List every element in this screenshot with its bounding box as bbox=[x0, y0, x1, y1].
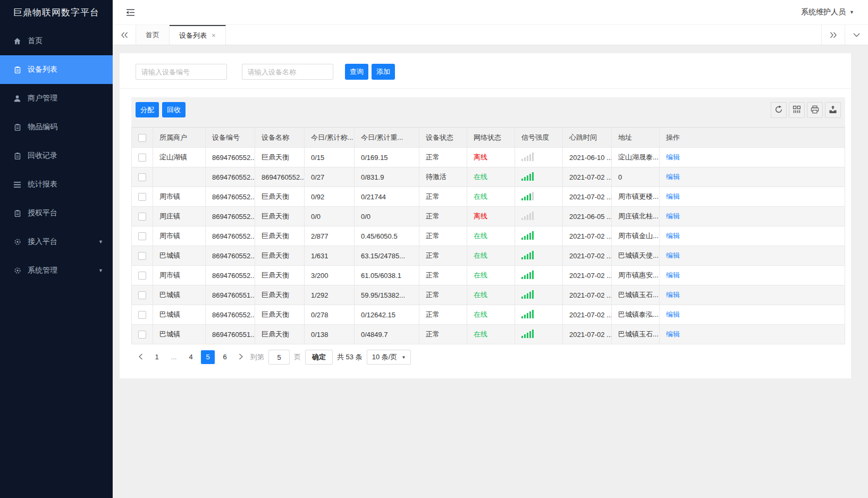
row-checkbox[interactable] bbox=[138, 173, 146, 181]
device-no-cell: 8694760552... bbox=[206, 167, 255, 187]
table-row: 巴城镇8694760551...巨鼎天衡0/1380/4849.7正常在线202… bbox=[132, 325, 845, 344]
menu-fold-icon[interactable] bbox=[125, 9, 136, 16]
sidebar-item-recycle-records[interactable]: 回收记录 bbox=[0, 141, 113, 170]
select-all-checkbox[interactable] bbox=[138, 134, 146, 142]
page-number-6[interactable]: 6 bbox=[218, 350, 232, 364]
column-header: 信号强度 bbox=[515, 128, 563, 148]
weigh-count-cell: 1/631 bbox=[305, 246, 355, 266]
assign-button[interactable]: 分配 bbox=[136, 102, 159, 117]
table-row: 周市镇8694760552...巨鼎天衡3/20061.05/6038.1正常在… bbox=[132, 266, 845, 285]
edit-link[interactable]: 编辑 bbox=[666, 330, 680, 338]
heartbeat-cell: 2021-07-02 ... bbox=[563, 226, 612, 246]
row-checkbox[interactable] bbox=[138, 193, 146, 201]
tab-home[interactable]: 首页 bbox=[136, 25, 170, 45]
sidebar-item-home[interactable]: 首页 bbox=[0, 27, 113, 55]
search-button[interactable]: 查询 bbox=[345, 64, 368, 80]
action-cell: 编辑 bbox=[660, 187, 845, 207]
print-button[interactable] bbox=[807, 102, 823, 118]
edit-link[interactable]: 编辑 bbox=[666, 212, 680, 220]
page-number-4[interactable]: 4 bbox=[184, 350, 198, 364]
sidebar-item-item-code[interactable]: 物品编码 bbox=[0, 113, 113, 141]
divider bbox=[120, 88, 851, 89]
device-no-cell: 8694760551... bbox=[206, 285, 255, 305]
device-name-input[interactable] bbox=[242, 64, 333, 80]
edit-link[interactable]: 编辑 bbox=[666, 310, 680, 318]
refresh-button[interactable] bbox=[771, 102, 787, 118]
sidebar-item-label: 设备列表 bbox=[28, 65, 57, 74]
next-page-button[interactable] bbox=[236, 353, 246, 361]
row-checkbox[interactable] bbox=[138, 311, 146, 319]
row-checkbox[interactable] bbox=[138, 232, 146, 240]
heartbeat-cell: 2021-07-02 ... bbox=[563, 305, 612, 325]
sidebar-item-access-platform[interactable]: 接入平台▼ bbox=[0, 227, 113, 256]
address-cell: 淀山湖晟泰... bbox=[612, 148, 660, 167]
signal-strength-cell bbox=[515, 167, 563, 187]
filter-row: 查询 添加 bbox=[136, 64, 395, 80]
device-name-cell: 8694760552... bbox=[255, 167, 305, 187]
tabs: 首页设备列表× bbox=[136, 25, 821, 45]
edit-link[interactable]: 编辑 bbox=[666, 291, 680, 299]
goto-confirm-button[interactable]: 确定 bbox=[305, 350, 333, 365]
device-table: 所属商户设备编号设备名称今日/累计称...今日/累计重...设备状态网络状态信号… bbox=[131, 127, 845, 344]
edit-link[interactable]: 编辑 bbox=[666, 271, 680, 279]
row-checkbox[interactable] bbox=[138, 291, 146, 299]
tabs-scroll-left-button[interactable] bbox=[113, 25, 136, 45]
sidebar-item-stats-report[interactable]: 统计报表 bbox=[0, 170, 113, 199]
row-checkbox[interactable] bbox=[138, 154, 146, 162]
columns-button[interactable] bbox=[789, 102, 805, 118]
signal-strength-cell bbox=[515, 266, 563, 285]
sidebar-item-merchant-mgmt[interactable]: 商户管理 bbox=[0, 84, 113, 113]
edit-link[interactable]: 编辑 bbox=[666, 192, 680, 200]
device-no-input[interactable] bbox=[136, 64, 227, 80]
tabs-scroll-right-button[interactable] bbox=[821, 25, 845, 45]
row-checkbox[interactable] bbox=[138, 272, 146, 280]
network-status-cell: 在线 bbox=[467, 246, 515, 266]
export-button[interactable] bbox=[825, 102, 841, 118]
page-number-1[interactable]: 1 bbox=[150, 350, 164, 364]
row-checkbox[interactable] bbox=[138, 213, 146, 221]
user-caret-down-icon: ▼ bbox=[849, 10, 854, 15]
edit-link[interactable]: 编辑 bbox=[666, 173, 680, 181]
edit-link[interactable]: 编辑 bbox=[666, 153, 680, 161]
prev-page-button[interactable] bbox=[136, 353, 146, 361]
action-cell: 编辑 bbox=[660, 266, 845, 285]
caret-down-icon: ▼ bbox=[98, 268, 103, 273]
merchant-cell: 周市镇 bbox=[153, 187, 206, 207]
row-checkbox-cell bbox=[132, 187, 153, 207]
user-menu[interactable]: 系统维护人员 ▼ bbox=[801, 7, 854, 17]
row-checkbox[interactable] bbox=[138, 252, 146, 260]
signal-strength-cell bbox=[515, 246, 563, 266]
address-cell: 周市镇更楼... bbox=[612, 187, 660, 207]
device-name-cell: 巨鼎天衡 bbox=[255, 226, 305, 246]
device-name-cell: 巨鼎天衡 bbox=[255, 148, 305, 167]
column-header: 心跳时间 bbox=[563, 128, 612, 148]
add-button[interactable]: 添加 bbox=[372, 64, 395, 80]
network-status-cell: 在线 bbox=[467, 285, 515, 305]
gear-icon bbox=[13, 238, 22, 246]
edit-link[interactable]: 编辑 bbox=[666, 251, 680, 259]
tabs-menu-button[interactable] bbox=[845, 25, 868, 45]
weigh-count-cell: 0/138 bbox=[305, 325, 355, 344]
weight-total-cell: 0/831.9 bbox=[355, 167, 419, 187]
device-name-cell: 巨鼎天衡 bbox=[255, 285, 305, 305]
merchant-cell: 巴城镇 bbox=[153, 325, 206, 344]
device-no-cell: 8694760551... bbox=[206, 325, 255, 344]
sidebar-item-system-mgmt[interactable]: 系统管理▼ bbox=[0, 256, 113, 285]
column-header: 网络状态 bbox=[467, 128, 515, 148]
edit-link[interactable]: 编辑 bbox=[666, 232, 680, 240]
page-number-5[interactable]: 5 bbox=[201, 350, 215, 364]
goto-page-input[interactable] bbox=[268, 350, 290, 365]
merchant-cell: 巴城镇 bbox=[153, 246, 206, 266]
column-header: 今日/累计重... bbox=[355, 128, 419, 148]
tab-close-icon[interactable]: × bbox=[212, 32, 216, 39]
row-checkbox[interactable] bbox=[138, 331, 146, 339]
pagination: 1...456 到第 页 确定 共 53 条 10 条/页 ▼ bbox=[131, 344, 845, 370]
tab-device-list[interactable]: 设备列表× bbox=[170, 25, 226, 45]
page-size-select[interactable]: 10 条/页 ▼ bbox=[367, 350, 411, 365]
signal-bars-icon bbox=[521, 290, 534, 299]
sidebar-item-device-list[interactable]: 设备列表 bbox=[0, 55, 113, 84]
device-no-cell: 8694760552... bbox=[206, 246, 255, 266]
sidebar-item-auth-platform[interactable]: 授权平台 bbox=[0, 199, 113, 227]
recycle-button[interactable]: 回收 bbox=[162, 102, 186, 117]
page-ellipsis: ... bbox=[167, 350, 181, 364]
